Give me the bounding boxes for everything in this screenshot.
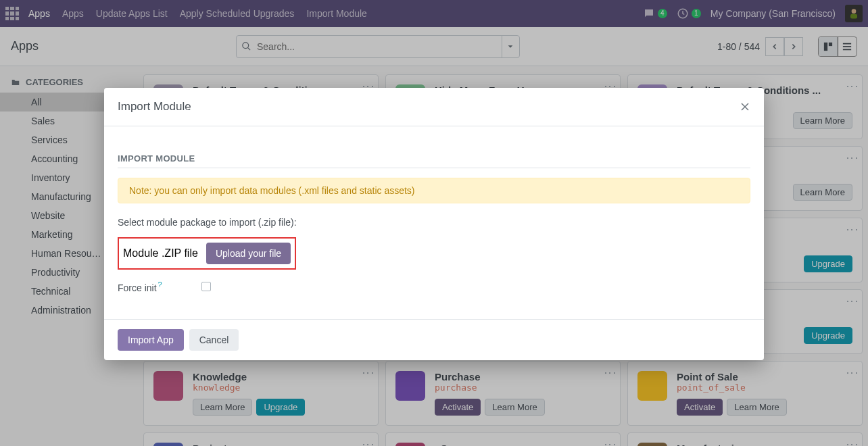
modal-body: IMPORT MODULE Note: you can only import … [104,126,764,319]
import-app-button[interactable]: Import App [118,329,184,351]
help-icon[interactable]: ? [158,280,162,289]
import-instruction: Select module package to import (.zip fi… [118,217,750,228]
import-warning: Note: you can only import data modules (… [118,178,750,203]
cancel-button[interactable]: Cancel [189,329,239,351]
modal-title: Import Module [118,100,191,114]
zip-file-label: Module .ZIP file [123,247,198,259]
force-init-row: Force init? [118,280,750,293]
force-init-checkbox[interactable] [201,282,211,291]
modal-footer: Import App Cancel [104,319,764,360]
modal-section-label: IMPORT MODULE [118,153,750,168]
upload-field-wrapper: Module .ZIP file Upload your file [118,237,296,270]
import-module-modal: Import Module IMPORT MODULE Note: you ca… [104,88,764,360]
modal-header: Import Module [104,88,764,126]
upload-file-button[interactable]: Upload your file [206,243,291,264]
force-init-label: Force init? [118,280,192,293]
close-icon [740,101,750,112]
modal-close-button[interactable] [740,101,750,112]
